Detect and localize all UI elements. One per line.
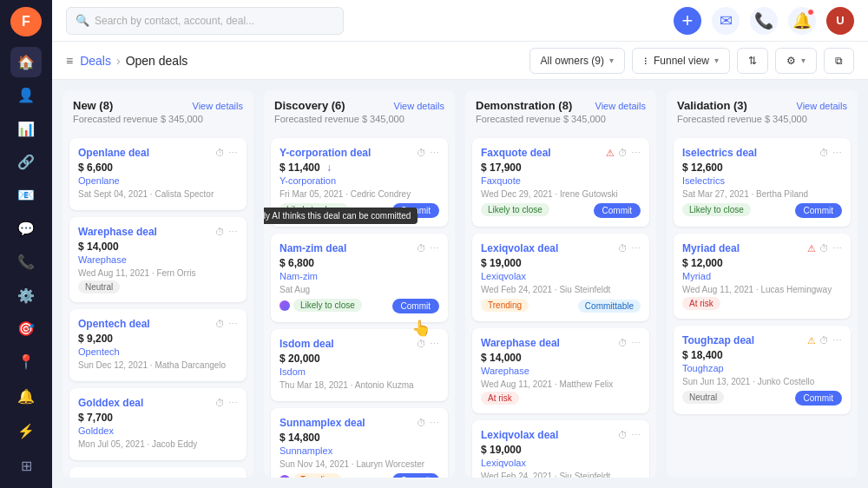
deal-company[interactable]: Isdom: [279, 366, 439, 377]
deal-name[interactable]: Iselectrics deal: [682, 147, 819, 159]
deal-card[interactable]: Isdom deal ⏱⋯ $ 20,000 Isdom Thu Mar 18,…: [271, 329, 448, 401]
deal-name[interactable]: Golddex deal: [78, 397, 215, 409]
deal-company[interactable]: Golddex: [78, 425, 238, 436]
view-details-discovery[interactable]: View details: [394, 101, 445, 111]
deal-card[interactable]: Condax deal ⏱⋯ $ 14,900 Condax Thu Apr 1…: [69, 467, 247, 478]
deal-card[interactable]: Warephase deal ⏱⋯ $ 14,000 Warephase Wed…: [472, 328, 649, 413]
sidebar-icon-mail[interactable]: 📧: [10, 181, 42, 210]
app-logo[interactable]: F: [10, 7, 42, 36]
user-avatar[interactable]: U: [826, 7, 854, 35]
deal-name[interactable]: Sunnamplex deal: [279, 417, 417, 429]
owner-filter[interactable]: All owners (9) ▾: [529, 48, 625, 74]
more-icon[interactable]: ⋯: [228, 148, 238, 159]
deal-card[interactable]: Toughzap deal ⚠⏱⋯ $ 18,400 Toughzap Sun …: [674, 326, 851, 414]
more-icon[interactable]: ⋯: [430, 148, 439, 159]
more-icon[interactable]: ⋯: [228, 227, 238, 238]
deal-name[interactable]: Faxquote deal: [481, 147, 606, 159]
deal-name[interactable]: Lexiqvolax deal: [481, 429, 618, 441]
sidebar-icon-gear[interactable]: ⚙️: [10, 280, 42, 310]
more-icon[interactable]: ⋯: [430, 339, 439, 350]
sidebar-icon-home[interactable]: 🏠: [10, 47, 42, 76]
more-icon[interactable]: ⋯: [631, 148, 641, 159]
more-icon[interactable]: ⋯: [832, 243, 842, 254]
deal-name[interactable]: Toughzap deal: [682, 334, 807, 346]
deal-card[interactable]: Openlane deal ⏱⋯ $ 6,600 Openlane Sat Se…: [69, 138, 247, 210]
deal-company[interactable]: Warephase: [78, 254, 238, 265]
more-icon[interactable]: ⋯: [430, 418, 439, 429]
view-details-demonstration[interactable]: View details: [595, 101, 647, 111]
deal-company[interactable]: Lexiqvolax: [481, 271, 641, 281]
deal-company[interactable]: Opentech: [78, 346, 238, 357]
deal-card[interactable]: Nam-zim deal ⏱⋯ $ 6,800 Nam-zim Sat Aug …: [271, 234, 448, 322]
deal-name[interactable]: Y-corporation deal: [279, 147, 417, 159]
deal-card[interactable]: Warephase deal ⏱⋯ $ 14,000 Warephase Wed…: [69, 217, 247, 302]
deal-name[interactable]: Myriad deal: [682, 242, 807, 254]
deal-company[interactable]: Nam-zim: [279, 271, 439, 281]
sidebar-icon-analytics[interactable]: 📊: [10, 114, 42, 143]
filter-button[interactable]: ⧉: [824, 48, 854, 74]
more-icon[interactable]: ⋯: [228, 398, 238, 409]
commit-button[interactable]: Commit: [795, 203, 842, 218]
deal-name[interactable]: Nam-zim deal: [279, 242, 417, 254]
deal-card[interactable]: Y-corporation deal ⏱⋯ $ 11,400 ↓ Y-corpo…: [271, 138, 448, 227]
commit-button[interactable]: Commit: [795, 391, 842, 406]
deal-card[interactable]: Golddex deal ⏱⋯ $ 7,700 Golddex Mon Jul …: [69, 388, 247, 460]
more-icon[interactable]: ⋯: [228, 477, 238, 478]
deal-card[interactable]: Sunnamplex deal ⏱⋯ $ 14,800 Sunnamplex S…: [271, 408, 448, 478]
sidebar-icon-notifications[interactable]: 🔔: [10, 380, 42, 412]
sidebar-icon-phone[interactable]: 📞: [10, 247, 42, 277]
deal-name[interactable]: Lexiqvolax deal: [481, 242, 618, 254]
sidebar-icon-chat[interactable]: 💬: [10, 214, 42, 243]
deal-name[interactable]: Warephase deal: [481, 337, 618, 349]
deal-company[interactable]: Myriad: [682, 271, 842, 281]
notifications-button[interactable]: 🔔: [788, 7, 816, 35]
deal-card[interactable]: Myriad deal ⚠⏱⋯ $ 12,000 Myriad Wed Aug …: [674, 234, 851, 319]
deal-name[interactable]: Condax deal: [78, 476, 215, 478]
deal-name[interactable]: Isdom deal: [279, 338, 417, 350]
more-icon[interactable]: ⋯: [228, 319, 238, 330]
card-top-row: Lexiqvolax deal ⏱⋯: [481, 429, 641, 441]
deal-card[interactable]: Lexiqvolax deal ⏱⋯ $ 19,000 Lexiqvolax W…: [472, 234, 649, 321]
sidebar-icon-location[interactable]: 📍: [10, 347, 42, 377]
commit-button[interactable]: Commit: [392, 299, 439, 313]
deal-card[interactable]: Iselectrics deal ⏱⋯ $ 12,600 Iselectrics…: [674, 138, 851, 227]
more-icon[interactable]: ⋯: [631, 243, 641, 254]
more-icon[interactable]: ⋯: [832, 148, 842, 159]
deal-card[interactable]: Lexiqvolax deal ⏱⋯ $ 19,000 Lexiqvolax W…: [472, 420, 649, 478]
commit-button[interactable]: Commit: [392, 473, 439, 478]
settings-button[interactable]: ⚙ ▾: [775, 48, 817, 74]
add-button[interactable]: +: [674, 7, 701, 35]
sort-button[interactable]: ⇅: [737, 48, 768, 74]
email-button[interactable]: ✉: [712, 7, 740, 35]
deal-name[interactable]: Warephase deal: [78, 226, 215, 238]
deal-name[interactable]: Opentech deal: [78, 318, 215, 330]
more-icon[interactable]: ⋯: [430, 243, 439, 254]
more-icon[interactable]: ⋯: [832, 335, 842, 346]
deal-name[interactable]: Openlane deal: [78, 147, 215, 159]
view-filter[interactable]: ⫶ Funnel view ▾: [632, 48, 730, 74]
sidebar-icon-grid[interactable]: ⊞: [10, 450, 42, 481]
deal-company[interactable]: Toughzap: [682, 363, 842, 373]
phone-button[interactable]: 📞: [750, 7, 778, 35]
deal-company[interactable]: Lexiqvolax: [481, 458, 641, 468]
view-details-validation[interactable]: View details: [797, 101, 848, 111]
deal-company[interactable]: Iselectrics: [682, 175, 842, 186]
sidebar-icon-links[interactable]: 🔗: [10, 147, 42, 176]
more-icon[interactable]: ⋯: [631, 338, 641, 349]
sidebar-icon-lightning[interactable]: ⚡: [10, 415, 42, 446]
deal-company[interactable]: Warephase: [481, 366, 641, 376]
deal-card[interactable]: Faxquote deal ⚠⏱⋯ $ 17,900 Faxquote Wed …: [472, 138, 649, 227]
more-icon[interactable]: ⋯: [631, 430, 641, 441]
deal-company[interactable]: Faxquote: [481, 175, 641, 186]
search-bar[interactable]: 🔍 Search by contact, account, deal...: [66, 7, 344, 35]
deal-company[interactable]: Openlane: [78, 175, 238, 186]
sidebar-icon-contacts[interactable]: 👤: [10, 81, 42, 110]
sidebar-icon-target[interactable]: 🎯: [10, 313, 42, 343]
deal-company[interactable]: Sunnamplex: [279, 445, 439, 456]
deal-company[interactable]: Y-corporation: [279, 175, 439, 186]
commit-button[interactable]: Commit: [594, 203, 641, 218]
breadcrumb-deals[interactable]: Deals: [80, 54, 111, 68]
deal-card[interactable]: Opentech deal ⏱⋯ $ 9,200 Opentech Sun De…: [69, 309, 247, 381]
commit-button[interactable]: Commit: [392, 203, 439, 218]
view-details-new[interactable]: View details: [193, 101, 244, 111]
